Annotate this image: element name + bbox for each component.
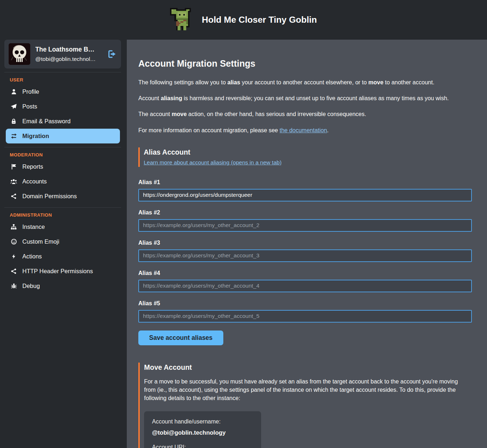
alias-form: Alias #1 Alias #2 Alias #3 Alias #4 Alia… [138, 179, 472, 345]
nav-section-moderation: MODERATION [0, 148, 127, 159]
bolt-icon [10, 253, 17, 260]
account-uri-label: Account URI: [152, 444, 253, 448]
sidebar-item-label: Custom Emoji [22, 238, 59, 245]
alias-3-input[interactable] [138, 249, 472, 262]
account-handle-value: @tobi@goblin.technology [152, 429, 253, 436]
intro-paragraph-3: The account move action, on the other ha… [138, 110, 472, 118]
sidebar-divider [4, 207, 121, 208]
save-account-aliases-button[interactable]: Save account aliases [138, 331, 223, 345]
user-handle: @tobi@goblin.technol… [35, 56, 106, 62]
sidebar-item-posts[interactable]: Posts [6, 99, 120, 114]
documentation-link[interactable]: the documentation [280, 127, 327, 133]
sidebar-nav: USER Profile Posts Email & Password [0, 73, 127, 293]
nav-section-administration: ADMINISTRATION [0, 208, 127, 219]
paper-plane-icon [10, 103, 17, 110]
sidebar-item-label: Debug [22, 283, 40, 289]
settings-panel: Account Migration Settings The following… [127, 40, 487, 448]
alias-2-input[interactable] [138, 219, 472, 232]
page-title: Account Migration Settings [138, 58, 472, 69]
user-meta: The Loathsome B… @tobi@goblin.technol… [35, 46, 106, 62]
alias-1-label: Alias #1 [138, 179, 472, 186]
user-icon [10, 89, 17, 95]
alias-1-input[interactable] [138, 189, 472, 201]
sidebar-item-http-header-permissions[interactable]: HTTP Header Permissions [6, 264, 120, 279]
alias-account-section-header: Alias Account Learn more about account a… [138, 147, 472, 167]
sidebar-divider [4, 147, 121, 147]
sidebar-item-label: Domain Permissions [22, 193, 77, 200]
sitemap-icon [10, 224, 17, 230]
move-account-heading: Move Account [144, 363, 472, 372]
sidebar-item-profile[interactable]: Profile [6, 84, 120, 99]
move-account-section: Move Account For a move to be successful… [138, 363, 472, 448]
sidebar-item-accounts[interactable]: Accounts [6, 174, 120, 189]
alias-2-label: Alias #2 [138, 209, 472, 216]
flag-icon [10, 164, 17, 170]
sidebar-item-label: Profile [22, 88, 39, 95]
sidebar-divider [4, 72, 121, 72]
smiley-icon [10, 239, 17, 245]
instance-title: Hold Me Closer Tiny Goblin [202, 15, 317, 25]
sidebar-item-debug[interactable]: Debug [6, 279, 120, 293]
user-card[interactable]: The Loathsome B… @tobi@goblin.technol… [4, 40, 121, 68]
sidebar-item-label: Instance [22, 223, 45, 230]
alias-5-input[interactable] [138, 310, 472, 323]
instance-header: Hold Me Closer Tiny Goblin [0, 0, 487, 40]
alias-account-heading: Alias Account [144, 148, 472, 156]
user-display-name: The Loathsome B… [35, 46, 106, 53]
sidebar-item-migration[interactable]: Migration [6, 129, 120, 143]
sidebar-item-label: Actions [22, 253, 42, 260]
move-account-description: For a move to be successful, you must ha… [144, 377, 470, 403]
sidebar-item-label: HTTP Header Permissions [22, 268, 93, 275]
settings-sidebar: The Loathsome B… @tobi@goblin.technol… U… [0, 40, 127, 448]
sidebar-item-domain-permissions[interactable]: Domain Permissions [6, 189, 120, 204]
sidebar-item-label: Accounts [22, 178, 47, 185]
nav-section-user: USER [0, 73, 127, 84]
intro-paragraph-2: Account aliasing is harmless and reversi… [138, 94, 472, 102]
alias-learn-more-link[interactable]: Learn more about account aliasing (opens… [144, 159, 282, 165]
lock-icon [10, 118, 17, 124]
share-nodes-icon [10, 268, 17, 274]
sidebar-item-label: Email & Password [22, 118, 71, 125]
sidebar-item-email-password[interactable]: Email & Password [6, 114, 120, 129]
users-icon [10, 178, 17, 185]
alias-5-label: Alias #5 [138, 300, 472, 307]
bug-icon [10, 283, 17, 289]
alias-4-input[interactable] [138, 280, 472, 292]
intro-paragraph-1: The following settings allow you to alia… [138, 78, 472, 87]
intro-paragraph-4: For more information on account migratio… [138, 126, 472, 134]
sidebar-item-instance[interactable]: Instance [6, 219, 120, 234]
alias-3-label: Alias #3 [138, 240, 472, 246]
share-nodes-icon [10, 193, 17, 199]
sign-out-icon[interactable] [107, 50, 117, 58]
sidebar-item-label: Posts [22, 103, 37, 110]
alias-4-label: Alias #4 [138, 270, 472, 276]
sidebar-item-label: Migration [22, 133, 49, 139]
sidebar-item-actions[interactable]: Actions [6, 249, 120, 264]
move-details-box: Account handle/username: @tobi@goblin.te… [144, 411, 261, 448]
goblin-logo-icon [170, 7, 194, 33]
sidebar-item-custom-emoji[interactable]: Custom Emoji [6, 234, 120, 249]
account-handle-label: Account handle/username: [152, 418, 253, 425]
transfer-arrows-icon [10, 133, 17, 139]
avatar [9, 43, 30, 65]
sidebar-item-label: Reports [22, 163, 43, 170]
sidebar-item-reports[interactable]: Reports [6, 159, 120, 174]
